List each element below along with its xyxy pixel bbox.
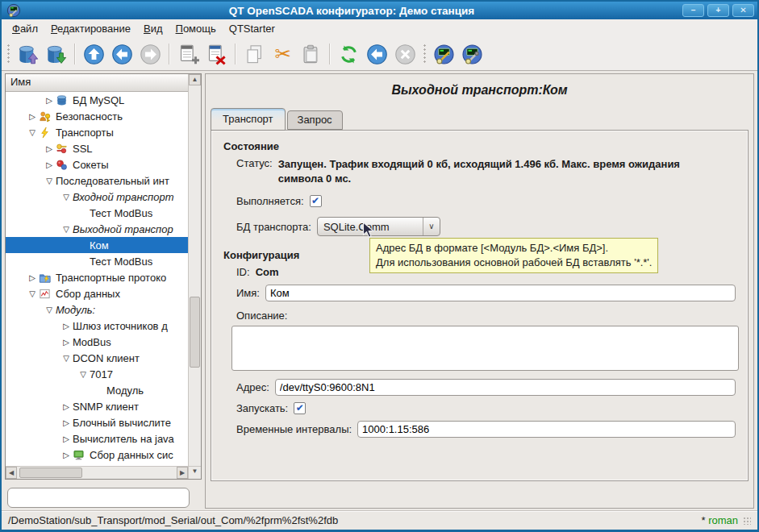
expander-icon[interactable]: ▽	[26, 128, 39, 137]
tree-item-label: ModBus	[73, 336, 111, 348]
tree-item[interactable]: ▷Транспортные протоко	[6, 269, 188, 285]
tree-item[interactable]: ▽Входной транспорт	[6, 189, 188, 205]
expander-icon[interactable]: ▽	[60, 193, 73, 202]
tree-item[interactable]: ▽Последовательный инт	[6, 172, 188, 189]
start-checkbox[interactable]: ✔	[294, 402, 306, 414]
vertical-scroll-thumb[interactable]	[190, 297, 200, 368]
tree-item-label: SNMP клиент	[73, 401, 139, 413]
db-load-icon	[17, 44, 39, 65]
transport-db-select[interactable]: SQLite.Comm ∨	[317, 217, 440, 236]
tab-transport[interactable]: Транспорт	[211, 108, 286, 131]
save-to-db-button[interactable]	[43, 41, 69, 68]
tree-vertical-scrollbar[interactable]: ▲	[188, 74, 201, 466]
tree-item-label: Входной транспорт	[73, 191, 173, 203]
qtstarter-config-button[interactable]	[459, 41, 486, 68]
expander-icon[interactable]: ▷	[43, 144, 56, 153]
cut-icon: ✂	[274, 44, 290, 64]
tree-item[interactable]: ▽Сбор данных	[6, 285, 188, 301]
expander-icon[interactable]: ▽	[77, 370, 90, 379]
tree-item[interactable]: Тест ModBus	[6, 205, 188, 221]
qtstarter-vision-button[interactable]	[431, 41, 457, 68]
expander-icon[interactable]: ▷	[60, 322, 73, 330]
cut-item-button[interactable]: ✂	[269, 41, 296, 68]
tree-item[interactable]: ▽DCON клиент	[6, 350, 188, 366]
menu-item-file[interactable]: Файл	[6, 20, 44, 37]
paste-item-button[interactable]	[298, 41, 324, 68]
close-button[interactable]: ✕	[732, 4, 754, 17]
tree-horizontal-scrollbar[interactable]: ◀ ▶	[6, 466, 188, 479]
tree-item[interactable]: Модуль	[6, 382, 188, 398]
scroll-down-icon[interactable]: ▼	[189, 467, 201, 478]
tree-item[interactable]: Тест ModBus	[6, 253, 188, 269]
expander-icon[interactable]: ▷	[26, 112, 39, 121]
forward-button[interactable]	[137, 41, 164, 68]
add-item-button[interactable]	[175, 41, 202, 68]
expander-icon[interactable]: ▷	[60, 418, 73, 427]
description-textarea[interactable]	[231, 326, 739, 371]
menu-item-edit[interactable]: Редактирование	[44, 20, 137, 37]
tree-item[interactable]: ▷SNMP клиент	[6, 398, 188, 414]
expander-icon[interactable]: ▷	[43, 96, 56, 105]
expander-icon[interactable]: ▽	[60, 354, 73, 363]
reload-item-button[interactable]	[336, 41, 362, 68]
expander-icon[interactable]: ▷	[43, 160, 56, 169]
tree-item[interactable]: ▷Безопасность	[6, 108, 188, 124]
tree-item[interactable]: ▽Транспорты	[6, 124, 188, 140]
menu-item-help[interactable]: Помощь	[169, 20, 223, 37]
sockets-icon	[56, 159, 70, 171]
address-label: Адрес:	[236, 381, 269, 393]
status-bar: /DemoStation/sub_Transport/mod_Serial/ou…	[2, 510, 757, 530]
intervals-input[interactable]	[357, 421, 736, 438]
tree-item[interactable]: ▷Сокеты	[6, 156, 188, 172]
expander-icon[interactable]: ▷	[60, 434, 73, 443]
tree-filter-input[interactable]	[7, 488, 190, 508]
delete-item-button[interactable]	[203, 41, 230, 68]
expander-icon[interactable]: ▷	[60, 338, 73, 347]
back-button[interactable]	[109, 41, 136, 68]
scroll-up-icon[interactable]: ▲	[189, 74, 201, 85]
expander-icon[interactable]: ▽	[43, 177, 56, 185]
scroll-down-corner[interactable]: ▼	[188, 466, 201, 479]
tree-item[interactable]: ▷SSL	[6, 140, 188, 156]
expander-icon[interactable]: ▷	[26, 273, 39, 282]
tree-item[interactable]: ▷Шлюз источников д	[6, 318, 188, 334]
load-from-db-button[interactable]	[15, 41, 41, 68]
circle-up-icon	[83, 44, 105, 65]
tree-column-header[interactable]: Имя	[6, 74, 188, 92]
scroll-left-icon[interactable]: ◀	[6, 467, 17, 479]
minimize-button[interactable]: –	[682, 4, 704, 17]
menu-item-qtstarter[interactable]: QTStarter	[223, 20, 281, 37]
maximize-button[interactable]: +	[707, 4, 729, 17]
tree-item[interactable]: ▷Вычислитель на java	[6, 430, 188, 447]
resize-grip[interactable]	[743, 517, 751, 525]
tree-item[interactable]: ▽Выходной транспор	[6, 221, 188, 237]
horizontal-scroll-thumb[interactable]	[19, 468, 82, 478]
expander-icon[interactable]: ▽	[43, 305, 56, 314]
name-input[interactable]	[265, 285, 736, 301]
expander-icon[interactable]: ▷	[60, 451, 73, 459]
transport-db-label: БД транспорта:	[236, 221, 311, 233]
tree-item[interactable]: ▷Сбор данных сис	[6, 447, 188, 463]
start-button[interactable]	[364, 41, 390, 68]
tree-item[interactable]: ▷ModBus	[6, 334, 188, 350]
copy-item-button[interactable]	[241, 41, 268, 68]
tree-item[interactable]: ▽7017	[6, 366, 188, 382]
tab-request[interactable]: Запрос	[287, 110, 343, 130]
up-level-button[interactable]	[81, 41, 107, 68]
stop-button[interactable]	[392, 41, 419, 68]
toolbar-handle[interactable]	[423, 44, 427, 64]
tree-item[interactable]: ▽Модуль:	[6, 301, 188, 318]
scroll-right-icon[interactable]: ▶	[177, 467, 188, 479]
expander-icon[interactable]: ▽	[60, 225, 73, 234]
running-checkbox[interactable]: ✔	[310, 195, 322, 207]
chevron-down-icon[interactable]: ∨	[423, 218, 440, 235]
tree-item[interactable]: Ком	[6, 237, 188, 253]
menu-item-view[interactable]: Вид	[137, 20, 169, 37]
expander-icon[interactable]: ▷	[60, 402, 73, 411]
tree-item-label: Тест ModBus	[90, 256, 152, 268]
toolbar-handle[interactable]	[6, 44, 10, 64]
address-input[interactable]	[275, 379, 736, 396]
expander-icon[interactable]: ▽	[26, 289, 39, 298]
tree-item[interactable]: ▷Блочный вычислите	[6, 414, 188, 430]
tree-item[interactable]: ▷БД MySQL	[6, 92, 188, 108]
